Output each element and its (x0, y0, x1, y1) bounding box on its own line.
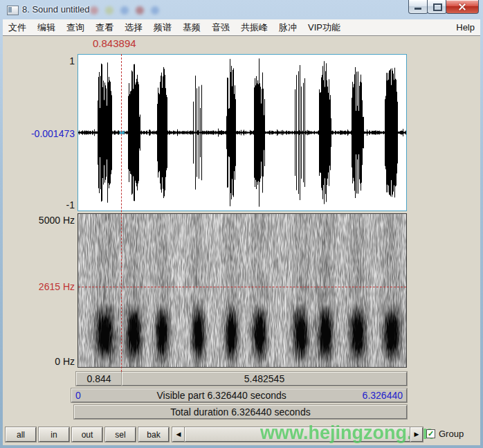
cursor-time-label: 0.843894 (93, 37, 136, 49)
window-title: 8. Sound untitled (22, 4, 90, 15)
spectrogram-panel[interactable] (78, 213, 407, 368)
zoom-sel-button[interactable]: sel (105, 427, 136, 442)
scroll-right-button[interactable]: ▶ (410, 427, 423, 442)
menu-pitch[interactable]: 基频 (177, 20, 206, 35)
zoom-bak-button[interactable]: bak (138, 427, 169, 442)
titlebar-glass-artifacts (90, 4, 166, 17)
group-checkbox-label[interactable]: Group (439, 429, 464, 439)
zoom-in-button[interactable]: in (39, 427, 69, 442)
menu-edit[interactable]: 编辑 (32, 20, 61, 35)
pre-cursor-time-bar[interactable]: 0.844 (76, 372, 122, 386)
app-icon (7, 6, 19, 15)
menu-formant[interactable]: 共振峰 (235, 20, 273, 35)
amplitude-cursor-label: -0.001473 (6, 128, 75, 139)
menu-pulses[interactable]: 脉冲 (273, 20, 302, 35)
frequency-cursor-line[interactable] (78, 287, 406, 287)
zoom-all-button[interactable]: all (6, 427, 36, 442)
horizontal-scrollbar[interactable] (185, 427, 410, 442)
scroll-left-icon: ◀ (176, 431, 181, 438)
time-cursor-line[interactable] (121, 54, 122, 372)
frequency-min-label: 0 Hz (6, 356, 75, 367)
visible-part-bar[interactable]: 0 Visible part 6.326440 seconds 6.326440 (71, 388, 407, 402)
menubar: 文件 编辑 查询 查看 选择 频谱 基频 音强 共振峰 脉冲 VIP功能 Hel… (3, 19, 480, 36)
menu-query[interactable]: 查询 (61, 20, 90, 35)
amplitude-min-label: -1 (6, 199, 75, 210)
client-area: 文件 编辑 查询 查看 选择 频谱 基频 音强 共振峰 脉冲 VIP功能 Hel… (3, 19, 480, 445)
post-cursor-time-bar[interactable]: 5.482545 (122, 372, 407, 386)
waveform-panel[interactable] (78, 54, 407, 211)
minimize-button[interactable] (408, 0, 428, 14)
sound-editor-window: 8. Sound untitled 文件 编辑 查询 查看 选择 频谱 基频 (0, 0, 483, 448)
group-checkbox[interactable]: ✓ (426, 429, 435, 438)
amplitude-max-label: 1 (6, 55, 75, 66)
maximize-icon (433, 3, 442, 11)
maximize-button[interactable] (427, 0, 447, 14)
menu-file[interactable]: 文件 (3, 20, 32, 35)
minimize-icon (414, 8, 421, 10)
frequency-max-label: 5000 Hz (6, 215, 75, 226)
scroll-left-button[interactable]: ◀ (172, 427, 185, 442)
close-button[interactable] (446, 0, 479, 14)
waveform-canvas[interactable] (78, 55, 406, 210)
checkmark-icon: ✓ (428, 429, 434, 438)
menu-view[interactable]: 查看 (90, 20, 119, 35)
menu-vip[interactable]: VIP功能 (302, 20, 346, 35)
frequency-cursor-label: 2615 Hz (6, 281, 75, 292)
visible-start-value: 0 (75, 390, 81, 401)
zoom-out-button[interactable]: out (72, 427, 102, 442)
titlebar[interactable]: 8. Sound untitled (0, 0, 483, 19)
visible-end-value: 6.326440 (363, 390, 403, 401)
total-duration-bar[interactable]: Total duration 6.326440 seconds (74, 405, 407, 419)
menu-intensity[interactable]: 音强 (206, 20, 235, 35)
scroll-right-icon: ▶ (414, 431, 419, 438)
visible-part-label: Visible part 6.326440 seconds (157, 390, 286, 401)
menu-help[interactable]: Help (450, 20, 480, 35)
menu-spectrum[interactable]: 频谱 (148, 20, 177, 35)
menu-select[interactable]: 选择 (119, 20, 148, 35)
spectrogram-canvas[interactable] (78, 214, 406, 367)
close-icon (446, 0, 478, 13)
